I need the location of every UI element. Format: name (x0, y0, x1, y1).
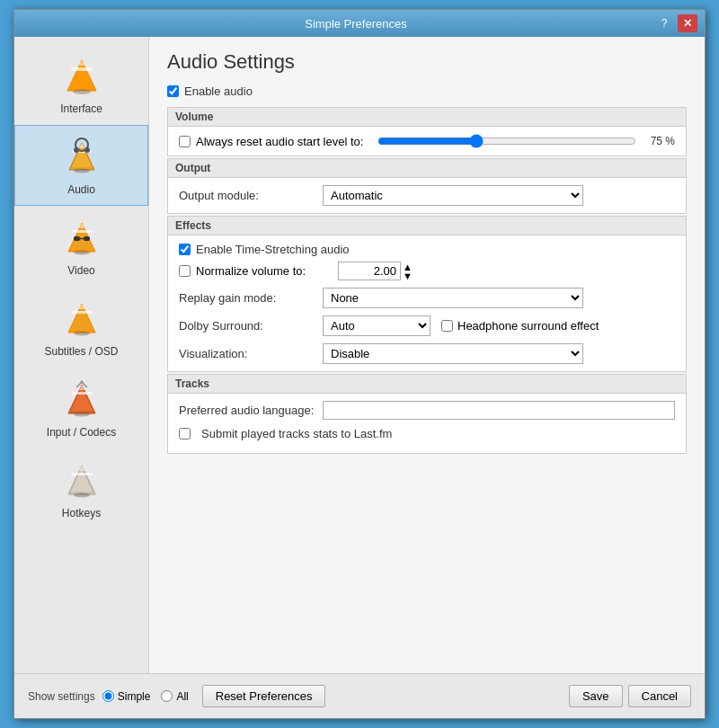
visualization-select[interactable]: Disable Spectrum Scope Vumeters (323, 343, 583, 364)
headphone-label: Headphone surround effect (457, 319, 599, 333)
sidebar-item-input[interactable]: Input / Codecs (14, 368, 148, 448)
sidebar-item-subtitles[interactable]: Subtitles / OSD (14, 287, 148, 368)
normalize-down-arrow[interactable]: ▼ (403, 271, 413, 280)
volume-content: Always reset audio start level to: 75 % (168, 127, 686, 155)
title-bar: Simple Preferences ? ✕ (14, 10, 705, 37)
lastfm-checkbox[interactable] (179, 428, 191, 439)
all-radio-item: All (161, 690, 188, 703)
svg-marker-27 (71, 388, 93, 411)
simple-radio[interactable] (102, 690, 114, 702)
time-stretch-checkbox[interactable] (179, 244, 191, 255)
headphone-checkbox[interactable] (441, 320, 453, 332)
simple-radio-label: Simple (118, 690, 151, 703)
content-area: Audio Settings Enable audio Volume Alway… (149, 37, 705, 673)
reset-button[interactable]: Reset Preferences (202, 685, 326, 707)
settings-radio-group: Simple All (102, 690, 189, 703)
enable-audio-checkbox[interactable] (167, 85, 179, 97)
help-button[interactable]: ? (654, 14, 674, 32)
svg-rect-18 (84, 236, 90, 241)
interface-label: Interface (60, 102, 102, 115)
svg-rect-37 (71, 473, 93, 475)
all-radio[interactable] (161, 690, 173, 702)
enable-audio-row: Enable audio (167, 84, 687, 98)
audio-label: Audio (67, 183, 95, 196)
save-button[interactable]: Save (569, 685, 623, 707)
page-title: Audio Settings (167, 50, 687, 74)
window-title: Simple Preferences (58, 17, 654, 31)
sidebar-item-video[interactable]: Video (14, 206, 148, 287)
visualization-row: Visualization: Disable Spectrum Scope Vu… (179, 343, 675, 364)
lastfm-label: Submit played tracks stats to Last.fm (201, 427, 392, 440)
time-stretch-row: Enable Time-Stretching audio (179, 243, 675, 256)
effects-header: Effects (168, 217, 686, 235)
svg-marker-15 (78, 223, 85, 228)
output-module-select[interactable]: Automatic ALSA PulseAudio DirectSound (323, 185, 583, 206)
cancel-button[interactable]: Cancel (628, 685, 691, 707)
main-content: Interface Aud (14, 37, 705, 673)
title-bar-controls: ? ✕ (654, 14, 697, 32)
subtitles-icon (59, 297, 104, 342)
reset-audio-checkbox[interactable] (179, 136, 191, 147)
effects-section: Effects Enable Time-Stretching audio Nor… (167, 216, 687, 372)
sidebar-item-interface[interactable]: Interface (14, 44, 148, 125)
bottom-bar: Show settings Simple All Reset Preferenc… (14, 673, 705, 718)
input-label: Input / Codecs (47, 426, 116, 439)
output-module-label: Output module: (179, 189, 323, 202)
svg-point-32 (80, 381, 83, 384)
normalize-row: Normalize volume to: ▲ ▼ (179, 262, 675, 280)
time-stretch-label: Enable Time-Stretching audio (196, 243, 350, 256)
effects-content: Enable Time-Stretching audio Normalize v… (168, 235, 686, 371)
tracks-section: Tracks Preferred audio language: Submit … (167, 374, 687, 454)
simple-radio-item: Simple (102, 690, 151, 703)
volume-value: 75 % (644, 135, 675, 147)
tracks-header: Tracks (168, 375, 686, 394)
preferred-lang-label: Preferred audio language: (179, 404, 323, 417)
hotkeys-label: Hotkeys (62, 507, 101, 519)
enable-audio-label: Enable audio (184, 84, 253, 98)
svg-point-33 (74, 413, 90, 417)
volume-slider[interactable] (377, 134, 636, 148)
volume-section: Volume Always reset audio start level to… (167, 107, 687, 156)
replay-gain-label: Replay gain mode: (179, 291, 323, 305)
volume-slider-container: 75 % (370, 134, 675, 148)
dolby-row: Dolby Surround: Auto On Off Headphone su… (179, 315, 675, 336)
svg-point-12 (84, 147, 90, 153)
normalize-checkbox[interactable] (179, 265, 191, 277)
sidebar-item-audio[interactable]: Audio (14, 125, 148, 206)
bottom-right-buttons: Save Cancel (569, 685, 691, 707)
svg-rect-24 (71, 311, 93, 314)
output-header: Output (168, 159, 686, 178)
replay-gain-select[interactable]: None Track Album (323, 288, 583, 308)
svg-marker-7 (79, 143, 84, 148)
output-module-row: Output module: Automatic ALSA PulseAudio… (179, 185, 675, 206)
volume-reset-row: Always reset audio start level to: 75 % (179, 134, 675, 148)
svg-marker-35 (71, 469, 93, 492)
replay-gain-row: Replay gain mode: None Track Album (179, 288, 675, 308)
preferred-lang-row: Preferred audio language: (179, 401, 675, 420)
output-content: Output module: Automatic ALSA PulseAudio… (168, 178, 686, 213)
normalize-label: Normalize volume to: (196, 264, 331, 278)
subtitles-label: Subtitles / OSD (44, 345, 118, 358)
output-section: Output Output module: Automatic ALSA Pul… (167, 158, 687, 214)
show-settings-label: Show settings (28, 690, 95, 703)
svg-marker-22 (71, 307, 93, 330)
svg-point-11 (74, 147, 79, 153)
sidebar-item-hotkeys[interactable]: Hotkeys (14, 448, 148, 529)
preferences-window: Simple Preferences ? ✕ (13, 9, 706, 719)
dolby-select[interactable]: Auto On Off (323, 315, 431, 336)
svg-point-25 (74, 332, 90, 336)
svg-point-20 (74, 251, 90, 255)
normalize-up-arrow[interactable]: ▲ (403, 262, 413, 271)
svg-rect-2 (71, 67, 93, 71)
reset-audio-label: Always reset audio start level to: (196, 135, 363, 148)
all-radio-label: All (176, 690, 188, 703)
svg-rect-16 (71, 230, 93, 233)
input-icon (59, 377, 104, 422)
video-icon (59, 216, 104, 261)
tracks-content: Preferred audio language: Submit played … (168, 394, 686, 453)
normalize-value-input[interactable] (338, 262, 401, 280)
preferred-lang-input[interactable] (323, 401, 675, 420)
hotkeys-icon (59, 458, 104, 503)
interface-icon (59, 54, 104, 99)
close-button[interactable]: ✕ (678, 14, 697, 32)
